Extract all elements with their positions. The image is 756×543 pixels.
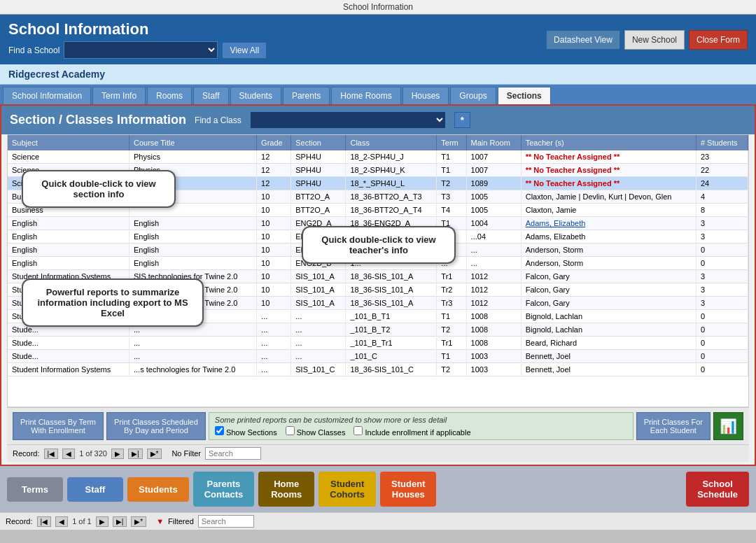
th-term: Term: [437, 135, 466, 150]
final-record-count: 1 of 1: [72, 517, 92, 526]
print-by-term-button[interactable]: Print Classes By Term With Enrollment: [13, 412, 104, 440]
th-course-title: Course Title: [129, 135, 256, 150]
teacher-cell[interactable]: Falcon, Gary: [521, 297, 696, 310]
teacher-cell[interactable]: Falcon, Gary: [521, 283, 696, 297]
teacher-cell[interactable]: ** No Teacher Assigned **: [521, 164, 696, 177]
include-enrollment-checkbox[interactable]: [354, 426, 363, 435]
header-left: School Information Find a School View Al…: [8, 20, 267, 59]
no-filter-label: No Filter: [172, 449, 201, 458]
datasheet-button[interactable]: Datasheet View: [546, 30, 620, 50]
nav-tab-students[interactable]: Students: [230, 87, 281, 104]
th-teacher-s: Teacher (s): [521, 135, 696, 150]
teacher-cell[interactable]: Adams, Elizabeth: [521, 230, 696, 244]
asterisk-button[interactable]: *: [454, 112, 470, 128]
teacher-cell[interactable]: Beard, Richard: [521, 337, 696, 350]
prev-record-button[interactable]: ◀: [62, 449, 75, 459]
show-classes-label[interactable]: Show Classes: [286, 426, 346, 437]
th-section: Section: [291, 135, 346, 150]
teacher-cell[interactable]: Bignold, Lachlan: [521, 323, 696, 337]
homerooms-button[interactable]: Home Rooms: [258, 472, 314, 507]
terms-button[interactable]: Terms: [7, 477, 63, 502]
print-checkboxes: Show Sections Show Classes Include enrol…: [215, 426, 627, 437]
print-each-student-button[interactable]: Print Classes For Each Student: [636, 412, 710, 440]
print-options-note: Some printed reports can be customized t…: [215, 416, 627, 424]
nav-tab-term-info[interactable]: Term Info: [92, 87, 146, 104]
new-school-button[interactable]: New School: [624, 30, 685, 50]
th-subject: Subject: [8, 135, 129, 150]
title-bar-text: School Information: [343, 2, 413, 12]
students-button[interactable]: Students: [127, 477, 189, 502]
nav-tab-sections[interactable]: Sections: [498, 87, 551, 104]
teacher-cell[interactable]: Anderson, Storm: [521, 257, 696, 270]
main-content: Section / Classes Information Find a Cla…: [0, 104, 756, 466]
teacher-cell[interactable]: Claxton, Jamie: [521, 204, 696, 217]
callout-teacher-info: Quick double-click to view teacher's inf…: [302, 226, 456, 264]
excel-icon: 📊: [720, 418, 737, 435]
table-row[interactable]: Student Information Systems...s technolo…: [8, 363, 748, 376]
nav-tab-parents[interactable]: Parents: [283, 87, 330, 104]
section-table-wrapper[interactable]: SubjectCourse TitleGradeSectionClassTerm…: [7, 134, 749, 407]
school-name-bar: Ridgecrest Academy: [0, 64, 756, 85]
teacher-cell[interactable]: Bignold, Lachlan: [521, 310, 696, 323]
app-title: School Information: [8, 20, 267, 38]
bottom-nav: Terms Staff Students Parents Contacts Ho…: [0, 466, 756, 512]
close-button[interactable]: Close Form: [689, 30, 748, 50]
teacher-cell[interactable]: Adams, Elizabeth: [521, 217, 696, 230]
final-record-label: Record:: [6, 517, 33, 526]
view-all-button[interactable]: View All: [222, 42, 267, 59]
table-header-row: SubjectCourse TitleGradeSectionClassTerm…: [8, 135, 748, 150]
houses-button[interactable]: Student Houses: [380, 472, 436, 507]
teacher-cell[interactable]: ** No Teacher Assigned **: [521, 150, 696, 164]
table-row[interactable]: Stude............_101_B_Tr1Tr11008Beard,…: [8, 337, 748, 350]
teacher-cell[interactable]: Bennett, Joel: [521, 350, 696, 363]
show-sections-checkbox[interactable]: [215, 426, 224, 435]
th-grade: Grade: [257, 135, 291, 150]
teacher-cell[interactable]: Claxton, Jamie | Devlin, Kurt | Devon, G…: [521, 190, 696, 204]
section-header: Section / Classes Information Find a Cla…: [1, 106, 755, 134]
table-row[interactable]: SciencePhysics12SPH4U18_2-SPH4U_JT11007*…: [8, 150, 748, 164]
final-record-nav: Record: |◀ ◀ 1 of 1 ▶ ▶| ▶* ▼ Filtered: [0, 512, 756, 530]
search-input[interactable]: [205, 447, 261, 460]
teacher-cell[interactable]: Bennett, Joel: [521, 363, 696, 376]
final-next-record-button[interactable]: ▶: [96, 516, 108, 527]
final-search-input[interactable]: [198, 515, 254, 528]
final-new-record-button[interactable]: ▶*: [131, 516, 146, 527]
action-bar: Print Classes By Term With Enrollment Pr…: [7, 407, 749, 444]
print-scheduled-button[interactable]: Print Classes Scheduled By Day and Perio…: [106, 412, 206, 440]
find-class-label: Find a Class: [195, 115, 241, 125]
nav-tab-rooms[interactable]: Rooms: [147, 87, 192, 104]
nav-tab-home-rooms[interactable]: Home Rooms: [331, 87, 400, 104]
teacher-cell[interactable]: Falcon, Gary: [521, 270, 696, 283]
nav-tab-houses[interactable]: Houses: [402, 87, 449, 104]
nav-tab-staff[interactable]: Staff: [193, 87, 228, 104]
final-last-record-button[interactable]: ▶|: [113, 516, 127, 527]
find-school-select[interactable]: [64, 41, 218, 59]
parents-button[interactable]: Parents Contacts: [193, 472, 255, 507]
cohorts-button[interactable]: Student Cohorts: [318, 472, 376, 507]
nav-tab-groups[interactable]: Groups: [450, 87, 496, 104]
last-record-button[interactable]: ▶|: [128, 449, 143, 459]
show-sections-label[interactable]: Show Sections: [215, 426, 277, 437]
callout-section-info: Quick double-click to view section info: [22, 170, 176, 208]
find-school-label: Find a School: [8, 45, 59, 55]
table-row[interactable]: Stude............_101_CT11003Bennett, Jo…: [8, 350, 748, 363]
teacher-cell[interactable]: Anderson, Storm: [521, 244, 696, 257]
record-label: Record:: [13, 449, 40, 458]
final-prev-record-button[interactable]: ◀: [55, 516, 68, 527]
th--students: # Students: [696, 135, 748, 150]
include-enrollment-label[interactable]: Include enrollment if applicable: [354, 426, 470, 437]
first-record-button[interactable]: |◀: [44, 449, 59, 459]
school-name: Ridgecrest Academy: [8, 69, 105, 80]
filtered-label: Filtered: [168, 517, 194, 526]
find-class-select[interactable]: [250, 111, 446, 129]
next-record-button[interactable]: ▶: [111, 449, 124, 459]
teacher-cell[interactable]: ** No Teacher Assigned **: [521, 177, 696, 190]
new-record-button[interactable]: ▶*: [147, 449, 162, 459]
nav-tab-school-information[interactable]: School Information: [3, 87, 91, 104]
schedule-button[interactable]: School Schedule: [686, 472, 749, 507]
excel-button[interactable]: 📊: [713, 412, 743, 440]
show-classes-checkbox[interactable]: [286, 426, 295, 435]
staff-button[interactable]: Staff: [67, 477, 123, 502]
final-first-record-button[interactable]: |◀: [37, 516, 52, 527]
nav-tabs: School InformationTerm InfoRoomsStaffStu…: [0, 85, 756, 104]
